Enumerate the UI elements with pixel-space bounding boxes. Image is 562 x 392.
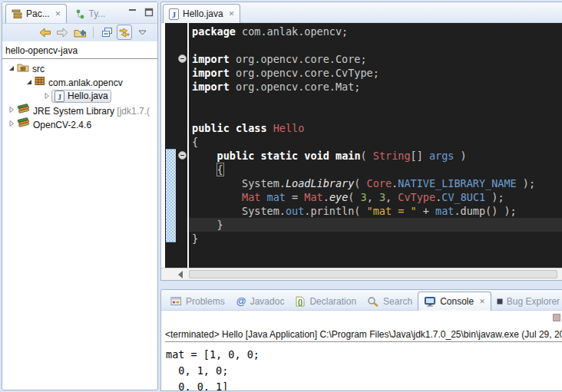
tab-package-explorer[interactable]: Pac... ✕ bbox=[5, 4, 67, 23]
package-explorer-view: Pac... ✕ Ty... hello-opencv-java srccom.… bbox=[2, 2, 158, 390]
tab-type-hierarchy[interactable]: Ty... bbox=[70, 5, 111, 24]
package-explorer-tree: hello-opencv-java srccom.anlak.opencvJHe… bbox=[2, 41, 157, 130]
tree-item-label: src bbox=[32, 64, 45, 74]
library-icon bbox=[17, 117, 30, 128]
collapsed-arrow-icon[interactable] bbox=[42, 92, 51, 100]
tab-hello-java[interactable]: J Hello.java ✕ bbox=[163, 4, 240, 23]
expanded-arrow-icon[interactable] bbox=[7, 65, 16, 71]
project-separator bbox=[2, 58, 157, 59]
console-icon bbox=[424, 296, 436, 307]
java-file-icon: J bbox=[55, 91, 64, 102]
editor-tabband: J Hello.java ✕ bbox=[161, 2, 562, 23]
java-file-icon: J bbox=[169, 8, 179, 20]
link-editor-icon bbox=[118, 28, 131, 38]
tab-label: Javadoc bbox=[250, 296, 285, 307]
expanded-arrow-icon[interactable] bbox=[25, 79, 34, 85]
problems-icon bbox=[170, 296, 182, 306]
nav-up-icon bbox=[74, 27, 87, 38]
tree-item-jre-system-library[interactable]: JRE System Library [jdk1.7.( bbox=[2, 103, 157, 117]
nav-back-icon bbox=[38, 28, 51, 38]
tab-label: Declaration bbox=[309, 296, 356, 307]
package-icon bbox=[35, 76, 45, 86]
code-text[interactable]: package com.anlak.opencv; import org.ope… bbox=[192, 25, 535, 245]
view-window-buttons bbox=[127, 7, 154, 17]
tree-item-label: JRE System Library bbox=[33, 106, 114, 117]
selected-tree-item[interactable]: JHello.java bbox=[51, 90, 111, 103]
tree-item-label: Hello.java bbox=[68, 91, 108, 101]
view-menu-icon bbox=[138, 30, 147, 35]
range-indicator-bar bbox=[166, 149, 176, 242]
editor-area: J Hello.java ✕ package com.anlak.opencv;… bbox=[160, 2, 562, 281]
package-explorer-tabband: Pac... ✕ Ty... bbox=[2, 2, 157, 24]
fold-collapse-icon[interactable] bbox=[178, 151, 187, 160]
tree-item-label: OpenCV-2.4.6 bbox=[33, 120, 91, 130]
back-button[interactable] bbox=[37, 25, 52, 40]
console-view: Problems@Javadoc()DeclarationSearchConso… bbox=[160, 289, 562, 391]
tab-label: Console bbox=[440, 296, 474, 307]
tree-item-opencv-2-4-6[interactable]: OpenCV-2.4.6 bbox=[2, 117, 157, 130]
javadoc-icon: @ bbox=[236, 296, 246, 306]
package-explorer-header: Pac... ✕ Ty... bbox=[2, 2, 157, 41]
tab-javadoc[interactable]: @Javadoc bbox=[230, 292, 290, 311]
code-editor[interactable]: package com.anlak.opencv; import org.ope… bbox=[165, 23, 562, 268]
scroll-left-arrow-icon[interactable] bbox=[178, 271, 183, 278]
tab-label: Search bbox=[383, 296, 412, 307]
dark-square-icon bbox=[497, 298, 503, 305]
tree-item-decoration: [jdk1.7.( bbox=[114, 106, 150, 117]
tab-declaration[interactable]: ()Declaration bbox=[289, 292, 362, 311]
library-icon bbox=[17, 104, 30, 114]
tab-label: Problems bbox=[186, 296, 225, 307]
collapsed-arrow-icon[interactable] bbox=[7, 120, 16, 127]
minimize-icon[interactable] bbox=[127, 7, 137, 17]
declaration-icon: () bbox=[295, 296, 306, 307]
svg-text:J: J bbox=[58, 92, 61, 100]
maximize-icon[interactable] bbox=[144, 7, 154, 17]
tab-label: Bug Explorer bbox=[507, 296, 560, 307]
tree-item-label: com.anlak.opencv bbox=[48, 77, 123, 88]
tab-label: Pac... bbox=[26, 8, 50, 19]
tab-problems[interactable]: Problems bbox=[165, 292, 230, 311]
nav-forward-icon bbox=[56, 28, 69, 38]
tab-label: Hello.java bbox=[183, 8, 223, 19]
type-hierarchy-icon bbox=[75, 9, 85, 19]
tab-console[interactable]: Console✕ bbox=[418, 292, 491, 311]
package-explorer-toolbar bbox=[2, 24, 157, 41]
tab-label: Ty... bbox=[89, 8, 106, 19]
tree-item-src[interactable]: src bbox=[2, 61, 157, 75]
svg-text:@: @ bbox=[236, 296, 246, 306]
tab-bug-explorer[interactable]: Bug Explorer bbox=[491, 292, 562, 311]
svg-text:J: J bbox=[172, 10, 176, 18]
collapsed-arrow-icon[interactable] bbox=[7, 106, 16, 114]
up-button[interactable] bbox=[72, 25, 88, 40]
console-output[interactable]: mat = [1, 0, 0; 0, 1, 0; 0, 0, 1] bbox=[166, 347, 260, 391]
project-label[interactable]: hello-opencv-java bbox=[2, 44, 157, 57]
forward-button[interactable] bbox=[55, 25, 70, 40]
fold-collapse-icon[interactable] bbox=[178, 54, 187, 63]
console-process-label: <terminated> Hello [Java Application] C:… bbox=[165, 329, 562, 342]
project-tree: srccom.anlak.opencvJHello.javaJRE System… bbox=[2, 61, 157, 130]
toolbar-separator bbox=[93, 27, 94, 38]
view-menu-button[interactable] bbox=[134, 25, 150, 40]
close-icon[interactable]: ✕ bbox=[227, 10, 235, 18]
terminate-button[interactable] bbox=[553, 314, 560, 321]
package-folder-icon bbox=[17, 62, 29, 72]
console-tabband: Problems@Javadoc()DeclarationSearchConso… bbox=[161, 290, 562, 311]
link-with-editor-button[interactable] bbox=[117, 25, 132, 40]
eclipse-workbench: Pac... ✕ Ty... hello-opencv-java srccom.… bbox=[0, 0, 562, 392]
tab-search[interactable]: Search bbox=[362, 292, 418, 311]
search-icon bbox=[367, 296, 379, 307]
tree-item-com-anlak-opencv[interactable]: com.anlak.opencv bbox=[2, 75, 157, 89]
scrollbar-thumb[interactable] bbox=[189, 270, 557, 278]
collapse-all-button[interactable] bbox=[99, 25, 114, 40]
editor-horizontal-scrollbar[interactable] bbox=[161, 268, 562, 280]
close-icon[interactable]: ✕ bbox=[54, 10, 61, 18]
close-icon[interactable]: ✕ bbox=[478, 298, 485, 305]
tree-item-hello-java[interactable]: JHello.java bbox=[2, 89, 157, 103]
collapse-all-icon bbox=[101, 27, 113, 38]
svg-text:(): () bbox=[298, 298, 302, 306]
console-content: <terminated> Hello [Java Application] C:… bbox=[161, 311, 562, 390]
package-explorer-icon bbox=[12, 9, 22, 19]
